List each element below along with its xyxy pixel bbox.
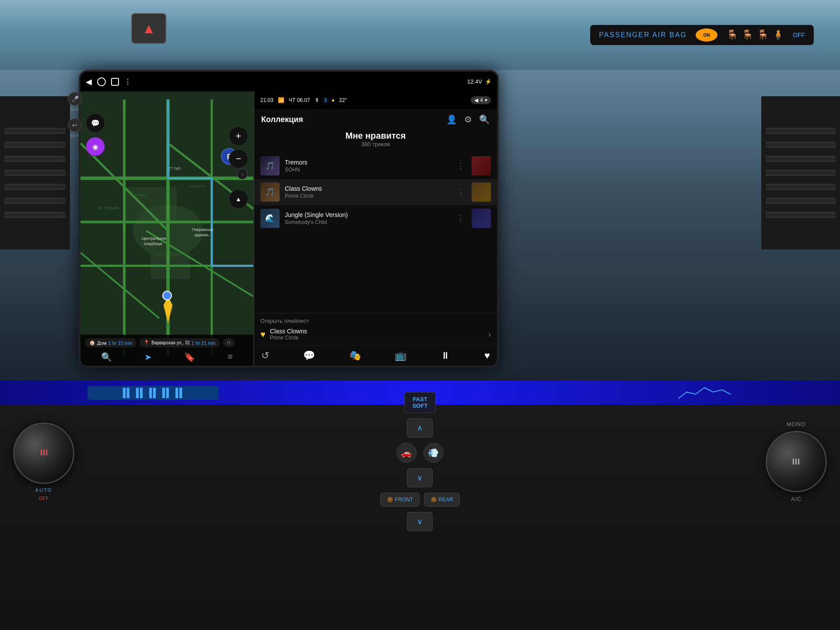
badge-icon: ◀	[474, 97, 478, 103]
track-artist-tremors: SOHN	[285, 167, 450, 173]
date-display: ЧТ 06.07	[289, 97, 310, 103]
music-collection-header: Коллекция 👤 ⚙ 🔍	[254, 109, 497, 127]
left-knob-area: AUTO OFF	[13, 423, 74, 501]
mic-button[interactable]: 🎤 MIC	[68, 92, 82, 112]
map-navigate-button[interactable]: ➤	[144, 352, 152, 362]
map-panel[interactable]: P i ул. Пушкин... ул. Шта... Новая ул. Ц…	[80, 91, 253, 366]
map-background: P i ул. Пушкин... ул. Шта... Новая ул. Ц…	[80, 91, 253, 366]
airbag-label: PASSENGER AIR BAG	[599, 31, 687, 39]
compass-button[interactable]: ▲	[229, 189, 248, 209]
track-name-tremors: Tremors	[285, 159, 450, 166]
search-button[interactable]: 🔍	[479, 114, 490, 125]
settings-button[interactable]: ⚙	[464, 114, 472, 125]
fan-down-button[interactable]: ∨	[407, 468, 433, 487]
dest-var-time: 1 hr 21 min	[192, 340, 216, 346]
climate-graph	[678, 383, 731, 402]
svg-text:церковь: церковь	[194, 233, 209, 237]
pause-button[interactable]: ⏸	[441, 350, 450, 361]
track-name-clowns: Class Clowns	[285, 185, 450, 192]
destinations-row: 🏠 Дом 1 hr 15 min 📍 Варварская ул., 32 1…	[85, 338, 249, 347]
vent-slat	[4, 128, 66, 134]
second-fan-down-button[interactable]: ∨	[407, 512, 433, 531]
track-artist-clowns: Prime Circle	[285, 193, 450, 199]
cast-button[interactable]: 📺	[395, 350, 406, 361]
notification-badge[interactable]: ◀ 4 ▾	[471, 96, 491, 104]
back-button[interactable]: ◀	[86, 77, 92, 87]
vent-slat	[4, 142, 66, 148]
track-thumb-clowns: 🎵	[260, 182, 280, 202]
windshield-button[interactable]: 💨	[424, 443, 444, 463]
mask-button[interactable]: 🎭	[349, 350, 361, 361]
map-menu-button[interactable]: ≡	[228, 352, 233, 362]
vent-slat	[766, 198, 836, 204]
svg-text:Покровская: Покровская	[192, 228, 214, 232]
map-bookmark-button[interactable]: 🔖	[184, 352, 195, 362]
left-temperature-knob[interactable]	[13, 423, 74, 484]
track-more-clowns[interactable]: ⋮	[455, 186, 466, 199]
usb-icon: ⚡	[485, 78, 492, 85]
rst-button[interactable]: ↩ RST	[68, 118, 82, 138]
hazard-button[interactable]	[131, 13, 166, 44]
track-list: 🎵 Tremors SOHN ⋮ 🎵	[254, 151, 497, 313]
open-playlist-section: Открыть плейлист ♥ Class Clowns Prime Ci…	[254, 313, 497, 345]
dest-home[interactable]: 🏠 Дом 1 hr 15 min	[85, 338, 136, 347]
track-thumb-jungle: 🌊	[260, 209, 280, 228]
badge-count: 4	[480, 97, 483, 103]
track-thumb-tremors: 🎵	[260, 156, 280, 175]
status-right: ◀ 4 ▾	[471, 96, 491, 104]
zoom-out-button[interactable]: −	[229, 149, 248, 168]
vent-slat	[766, 142, 836, 148]
now-track-artist: Prime Circle	[270, 335, 307, 341]
mono-label: MONO	[787, 421, 806, 427]
home-icon: 🏠	[89, 340, 95, 346]
airbag-panel: PASSENGER AIR BAG ON 🪑 🪑 🪑 🧍 OFF	[590, 25, 814, 45]
right-volume-knob[interactable]	[766, 431, 827, 492]
replay-button[interactable]: ↺	[261, 350, 269, 361]
home-button[interactable]	[97, 77, 106, 86]
battery-status: 12.4V ⚡	[467, 78, 492, 85]
seat-icon-2: 🪑	[742, 29, 753, 41]
lyrics-button[interactable]: 💬	[303, 350, 315, 361]
track-thumb-right-1	[472, 156, 491, 175]
recents-button[interactable]	[111, 78, 119, 86]
map-svg: P i ул. Пушкин... ул. Шта... Новая ул. Ц…	[80, 91, 253, 366]
svg-text:СТ №5: СТ №5	[168, 166, 181, 171]
rst-label: RST	[70, 133, 80, 138]
chat-button[interactable]: 💬	[86, 113, 105, 133]
temp-display: 22°	[339, 97, 347, 103]
zoom-in-button[interactable]: +	[229, 126, 248, 146]
track-item-tremors[interactable]: 🎵 Tremors SOHN ⋮	[254, 153, 497, 179]
vent-slat	[4, 170, 66, 176]
ac-label: A/C	[791, 496, 802, 502]
vent-slat	[766, 156, 836, 162]
user-profile-button[interactable]: 👤	[446, 114, 457, 125]
heart-button[interactable]: ♥	[484, 350, 490, 361]
top-trim-panel: PASSENGER AIR BAG ON 🪑 🪑 🪑 🧍 OFF	[0, 0, 840, 70]
track-more-tremors[interactable]: ⋮	[455, 159, 466, 172]
dest-varvar[interactable]: 📍 Варварская ул., 32 1 hr 21 min	[139, 338, 220, 347]
svg-point-27	[163, 291, 172, 300]
car-fan-button[interactable]: 🚗	[396, 443, 416, 463]
fan-up-button[interactable]: ∧	[407, 418, 433, 438]
more-button[interactable]: ⋮	[124, 77, 131, 86]
playlist-arrow-icon[interactable]: ›	[488, 330, 491, 339]
track-item-jungle[interactable]: 🌊 Jungle (Single Version) Somebody's Chi…	[254, 205, 497, 231]
dest-more[interactable]: П	[223, 338, 235, 347]
rear-button[interactable]: 🔆 REAR	[424, 493, 460, 507]
track-item-clowns[interactable]: 🎵 Class Clowns Prime Circle ⋮	[254, 179, 497, 205]
side-buttons-panel: 🎤 MIC ↩ RST	[68, 92, 82, 138]
now-playing-row[interactable]: ♥ Class Clowns Prime Circle ›	[260, 328, 491, 341]
track-thumb-right-3	[472, 209, 491, 228]
fast-soft-button[interactable]: FAST SOFT	[404, 392, 436, 413]
location-button[interactable]: ◉	[86, 137, 105, 156]
mic-status-icon: 🎙	[315, 97, 320, 103]
track-more-jungle[interactable]: ⋮	[455, 212, 466, 225]
vent-slat	[4, 212, 66, 218]
bluetooth-icon: ₿	[324, 97, 327, 103]
map-search-button[interactable]: 🔍	[101, 352, 112, 362]
open-playlist-label: Открыть плейлист	[260, 318, 491, 324]
track-info-jungle: Jungle (Single Version) Somebody's Child	[285, 211, 450, 225]
fast-soft-row: FAST SOFT	[404, 392, 436, 413]
vent-slat	[4, 156, 66, 162]
front-button[interactable]: 🔆 FRONT	[380, 493, 420, 507]
